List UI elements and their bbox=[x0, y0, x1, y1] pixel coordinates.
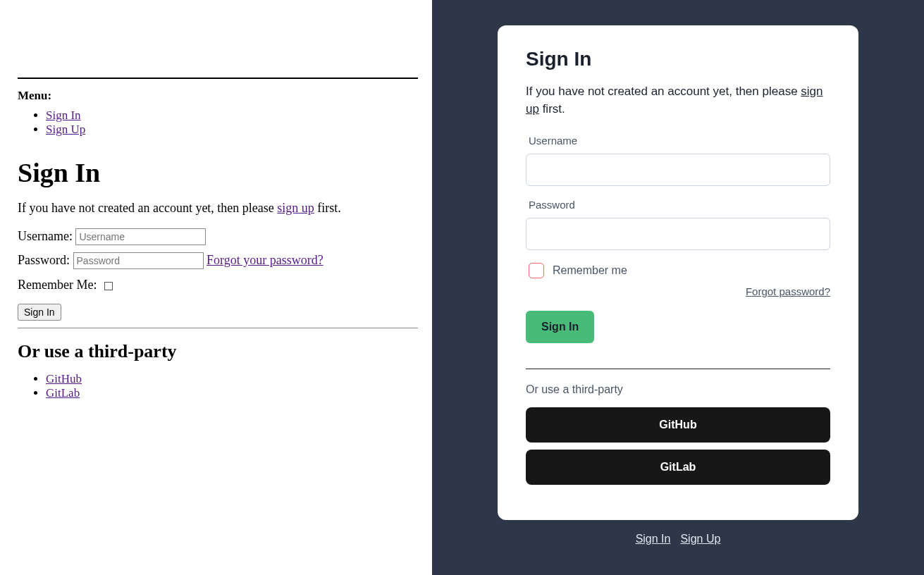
menu-list: Sign In Sign Up bbox=[18, 109, 418, 137]
forgot-password-link[interactable]: Forgot your password? bbox=[207, 253, 324, 267]
intro-suffix: first. bbox=[539, 102, 565, 116]
signup-link[interactable]: sign up bbox=[277, 201, 314, 215]
divider bbox=[18, 328, 418, 328]
gitlab-link[interactable]: GitLab bbox=[46, 386, 80, 400]
username-input[interactable] bbox=[526, 154, 830, 186]
remember-checkbox[interactable] bbox=[529, 263, 544, 278]
forgot-row: Forgot password? bbox=[526, 285, 830, 298]
signup-prompt: If you have not created an account yet, … bbox=[18, 201, 418, 216]
thirdparty-list: GitHub GitLab bbox=[18, 372, 418, 401]
bottom-nav: Sign In Sign Up bbox=[636, 533, 721, 545]
signin-button[interactable]: Sign In bbox=[526, 311, 594, 343]
username-label: Username: bbox=[18, 229, 75, 243]
username-label: Username bbox=[526, 135, 830, 147]
remember-row: Remember Me: bbox=[18, 278, 418, 292]
password-label: Password bbox=[526, 199, 830, 211]
signin-button[interactable]: Sign In bbox=[18, 304, 61, 321]
remember-label: Remember Me: bbox=[18, 278, 100, 292]
intro-prefix: If you have not created an account yet, … bbox=[526, 85, 801, 98]
divider bbox=[526, 369, 830, 369]
password-input[interactable] bbox=[526, 218, 830, 250]
intro-suffix: first. bbox=[314, 201, 341, 215]
thirdparty-heading: Or use a third-party bbox=[18, 341, 418, 362]
page-title: Sign In bbox=[526, 48, 830, 70]
intro-prefix: If you have not created an account yet, … bbox=[18, 201, 277, 215]
remember-row: Remember me bbox=[526, 263, 830, 278]
menu-signup-link[interactable]: Sign Up bbox=[46, 123, 85, 136]
password-label: Password: bbox=[18, 253, 73, 267]
menu-signin-link[interactable]: Sign In bbox=[46, 109, 81, 122]
remember-checkbox[interactable] bbox=[104, 282, 113, 290]
bottom-signin-link[interactable]: Sign In bbox=[636, 533, 671, 545]
bottom-signup-link[interactable]: Sign Up bbox=[680, 533, 720, 545]
github-link[interactable]: GitHub bbox=[46, 372, 82, 385]
menu-label: Menu: bbox=[18, 89, 418, 103]
username-row: Username: bbox=[18, 228, 418, 245]
divider bbox=[18, 78, 418, 79]
thirdparty-label: Or use a third-party bbox=[526, 383, 830, 396]
password-group: Password bbox=[526, 199, 830, 250]
page-title: Sign In bbox=[18, 157, 418, 188]
password-input[interactable] bbox=[73, 252, 204, 269]
unstyled-panel: Menu: Sign In Sign Up Sign In If you hav… bbox=[0, 0, 432, 575]
styled-panel: Sign In If you have not created an accou… bbox=[432, 0, 924, 575]
forgot-password-link[interactable]: Forgot password? bbox=[746, 285, 830, 297]
username-group: Username bbox=[526, 135, 830, 186]
signup-prompt: If you have not created an account yet, … bbox=[526, 83, 830, 118]
username-input[interactable] bbox=[75, 228, 206, 245]
remember-label: Remember me bbox=[553, 264, 627, 277]
password-row: Password: Forgot your password? bbox=[18, 252, 418, 269]
github-button[interactable]: GitHub bbox=[526, 407, 830, 443]
gitlab-button[interactable]: GitLab bbox=[526, 450, 830, 485]
signin-card: Sign In If you have not created an accou… bbox=[498, 25, 858, 520]
